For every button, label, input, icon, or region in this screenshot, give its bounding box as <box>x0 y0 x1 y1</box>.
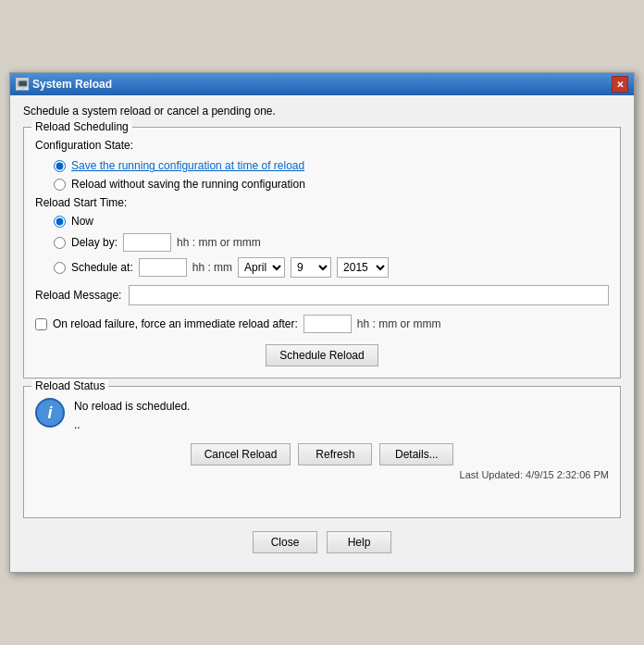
month-dropdown[interactable]: April <box>238 257 285 278</box>
radio-now[interactable] <box>54 216 66 228</box>
window-icon: 💻 <box>16 78 29 91</box>
status-line2: .. <box>74 416 190 434</box>
status-body: i No reload is scheduled. .. <box>35 398 609 433</box>
status-buttons: Cancel Reload Refresh Details... <box>35 443 609 465</box>
year-dropdown[interactable]: 2015 <box>337 257 389 278</box>
delay-input[interactable] <box>123 233 171 252</box>
schedule-reload-button[interactable]: Schedule Reload <box>266 344 378 366</box>
radio-nosave[interactable] <box>54 179 66 191</box>
title-bar-left: 💻 System Reload <box>16 78 112 91</box>
last-updated-text: Last Updated: 4/9/15 2:32:06 PM <box>35 469 609 480</box>
radio-save-label[interactable]: Save the running configuration at time o… <box>71 159 304 172</box>
reload-scheduling-group: Reload Scheduling Configuration State: S… <box>23 127 621 378</box>
radio-schedule[interactable] <box>54 262 66 274</box>
radio-schedule-row: Schedule at: hh : mm April 9 2015 <box>54 257 609 278</box>
radio-delay-label[interactable]: Delay by: <box>71 236 118 249</box>
message-input[interactable] <box>129 285 609 305</box>
radio-delay-row: Delay by: hh : mm or mmm <box>54 233 609 252</box>
close-window-button[interactable]: ✕ <box>612 76 628 93</box>
title-bar: 💻 System Reload ✕ <box>10 73 634 95</box>
schedule-btn-row: Schedule Reload <box>35 344 609 366</box>
message-row: Reload Message: <box>35 285 609 305</box>
failure-row: On reload failure, force an immediate re… <box>35 315 609 333</box>
failure-hint: hh : mm or mmm <box>357 317 441 330</box>
close-button[interactable]: Close <box>253 531 317 553</box>
reload-scheduling-title: Reload Scheduling <box>31 120 132 133</box>
reload-start-label: Reload Start Time: <box>35 196 609 209</box>
window-title: System Reload <box>32 78 112 91</box>
cancel-reload-button[interactable]: Cancel Reload <box>191 443 291 465</box>
failure-label[interactable]: On reload failure, force an immediate re… <box>53 317 298 330</box>
radio-delay[interactable] <box>54 237 66 249</box>
details-button[interactable]: Details... <box>379 443 453 465</box>
bottom-buttons: Close Help <box>23 531 621 559</box>
reload-status-group: Reload Status i No reload is scheduled. … <box>23 386 621 517</box>
reload-status-title: Reload Status <box>31 379 108 392</box>
status-text: No reload is scheduled. .. <box>74 398 190 433</box>
status-line1: No reload is scheduled. <box>74 398 190 416</box>
radio-now-row: Now <box>54 215 609 228</box>
info-icon: i <box>35 398 65 428</box>
refresh-button[interactable]: Refresh <box>298 443 372 465</box>
delay-hint: hh : mm or mmm <box>177 236 261 249</box>
schedule-hint: hh : mm <box>192 261 232 274</box>
radio-now-label[interactable]: Now <box>71 215 93 228</box>
help-button[interactable]: Help <box>327 531 391 553</box>
day-dropdown[interactable]: 9 <box>291 257 331 278</box>
radio-save[interactable] <box>54 160 66 172</box>
radio-save-row: Save the running configuration at time o… <box>54 159 609 172</box>
radio-nosave-row: Reload without saving the running config… <box>54 178 609 191</box>
radio-schedule-label[interactable]: Schedule at: <box>71 261 133 274</box>
description-text: Schedule a system reload or cancel a pen… <box>23 105 621 118</box>
system-reload-window: 💻 System Reload ✕ Schedule a system relo… <box>9 72 635 572</box>
schedule-time-input[interactable] <box>139 258 187 277</box>
config-state-label: Configuration State: <box>35 139 609 152</box>
failure-time-input[interactable] <box>303 315 352 333</box>
failure-checkbox[interactable] <box>35 318 47 330</box>
radio-nosave-label[interactable]: Reload without saving the running config… <box>71 178 305 191</box>
message-label: Reload Message: <box>35 289 121 302</box>
window-body: Schedule a system reload or cancel a pen… <box>10 95 634 571</box>
